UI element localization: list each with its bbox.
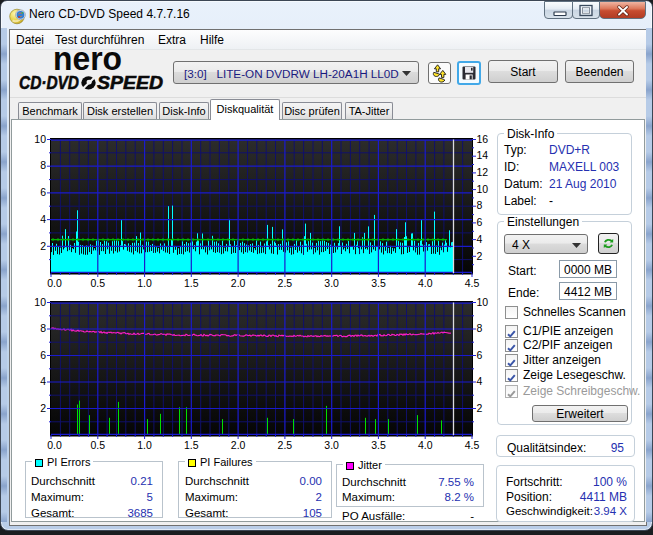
svg-text:3.0: 3.0: [324, 439, 339, 451]
svg-text:1.0: 1.0: [137, 439, 152, 451]
svg-text:6: 6: [40, 186, 46, 198]
svg-text:6: 6: [40, 349, 46, 361]
svg-text:0.5: 0.5: [90, 277, 105, 289]
svg-text:4.5: 4.5: [465, 277, 480, 289]
svg-text:10: 10: [477, 296, 489, 308]
svg-text:6: 6: [477, 216, 483, 228]
svg-text:0.5: 0.5: [90, 439, 105, 451]
svg-text:2: 2: [40, 240, 46, 252]
svg-text:2: 2: [40, 402, 46, 414]
svg-text:8: 8: [40, 322, 46, 334]
svg-text:2: 2: [477, 250, 483, 262]
svg-text:2.5: 2.5: [278, 277, 293, 289]
svg-text:4.0: 4.0: [418, 277, 433, 289]
svg-text:12: 12: [477, 166, 489, 178]
svg-text:10: 10: [477, 183, 489, 195]
svg-text:4: 4: [40, 375, 46, 387]
svg-text:2.5: 2.5: [278, 439, 293, 451]
svg-text:3.5: 3.5: [371, 439, 386, 451]
svg-text:8: 8: [477, 199, 483, 211]
svg-text:2.0: 2.0: [231, 277, 246, 289]
svg-text:8: 8: [477, 322, 483, 334]
svg-text:1.5: 1.5: [184, 277, 199, 289]
svg-text:3.5: 3.5: [371, 277, 386, 289]
svg-text:2: 2: [477, 402, 483, 414]
svg-text:3.0: 3.0: [324, 277, 339, 289]
svg-text:10: 10: [34, 296, 46, 308]
svg-text:4.0: 4.0: [418, 439, 433, 451]
svg-text:1.5: 1.5: [184, 439, 199, 451]
svg-text:0.0: 0.0: [47, 277, 62, 289]
svg-text:4: 4: [477, 233, 483, 245]
svg-text:10: 10: [34, 133, 46, 145]
svg-text:4: 4: [40, 213, 46, 225]
svg-text:16: 16: [477, 133, 489, 145]
svg-text:4: 4: [477, 375, 483, 387]
svg-text:0.0: 0.0: [47, 439, 62, 451]
svg-text:2.0: 2.0: [231, 439, 246, 451]
svg-text:8: 8: [40, 159, 46, 171]
svg-text:1.0: 1.0: [137, 277, 152, 289]
svg-text:14: 14: [477, 149, 489, 161]
svg-text:4.5: 4.5: [465, 439, 480, 451]
svg-text:6: 6: [477, 349, 483, 361]
